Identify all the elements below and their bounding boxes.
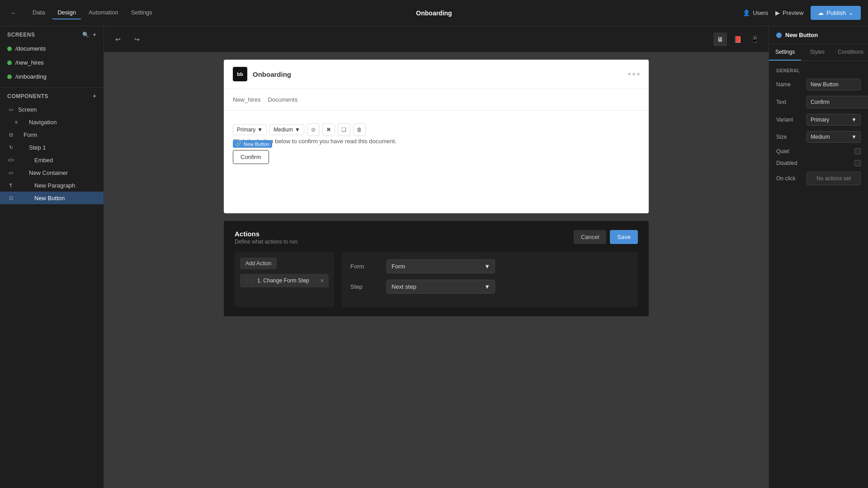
screen-item-new-hires[interactable]: /new_hires (0, 56, 104, 70)
app-frame-title: Onboarding (253, 70, 291, 78)
drag-handle-icon: ⋮⋮ (245, 278, 255, 284)
component-item-step1[interactable]: ↻ Step 1 (0, 141, 104, 154)
action-item-change-form-step[interactable]: ⋮⋮ 1. Change Form Step ✕ (240, 274, 329, 287)
screens-section-header: Screens 🔍 + (0, 26, 104, 42)
component-item-screen[interactable]: ▭ Screen (0, 103, 104, 116)
screen-item-documents[interactable]: /documents (0, 42, 104, 56)
component-item-form[interactable]: ⊟ Form (0, 128, 104, 141)
tab-conditions[interactable]: Conditions (833, 44, 868, 61)
component-item-new-paragraph[interactable]: ¶ New Paragraph (0, 179, 104, 192)
add-component-icon[interactable]: + (93, 93, 96, 99)
prop-disabled-checkbox[interactable] (854, 160, 861, 166)
canvas-container: bb Onboarding New_hires Documents (104, 52, 769, 488)
actions-panel-buttons: Cancel Save (574, 230, 638, 244)
nav-tab-automation[interactable]: Automation (83, 6, 124, 19)
paragraph-component-icon: ¶ (7, 182, 14, 189)
action-item-close-icon[interactable]: ✕ (320, 278, 324, 284)
canvas-toolbar: ↩ ↪ 🖥 📕 📱 (104, 26, 769, 52)
dot-2 (632, 73, 635, 75)
app-tab-new-hires[interactable]: New_hires (233, 94, 260, 105)
step-select-chevron-icon: ▼ (484, 283, 490, 290)
btn-action-2[interactable]: ✖ (322, 123, 335, 136)
tablet-view-button[interactable]: 📕 (731, 33, 744, 46)
button-component-icon: ⊡ (7, 194, 14, 202)
general-section-label: GENERAL (776, 68, 861, 73)
new-button-label: 🔗 New Button (233, 140, 272, 148)
prop-size-select[interactable]: Medium ▼ (807, 131, 861, 143)
component-item-embed[interactable]: </> Embed (0, 154, 104, 166)
config-step-label: Step (350, 283, 387, 290)
btn-action-3[interactable]: ❏ (338, 123, 350, 136)
screen-label-documents: /documents (15, 45, 46, 52)
component-label-new-container: New Container (29, 169, 68, 176)
components-label: Components (7, 93, 48, 99)
preview-button[interactable]: ▶ Preview (775, 9, 803, 16)
size-select[interactable]: Medium ▼ (269, 124, 304, 135)
confirm-button[interactable]: Confirm (233, 150, 269, 164)
variant-chevron-icon: ▼ (257, 127, 263, 133)
add-action-button[interactable]: Add Action (240, 258, 277, 269)
right-panel-title: New Button (785, 32, 818, 38)
center-area: ↩ ↪ 🖥 📕 📱 bb Onboarding (104, 26, 769, 488)
dot-3 (637, 73, 640, 75)
btn-action-delete[interactable]: 🗑 (353, 123, 366, 136)
component-item-new-button[interactable]: ⊡ New Button (0, 192, 104, 204)
new-button-label-text: New Button (244, 141, 269, 147)
add-screen-icon[interactable]: + (93, 32, 96, 38)
nav-tab-settings[interactable]: Settings (126, 6, 158, 19)
save-button[interactable]: Save (610, 230, 638, 244)
prop-quiet-checkbox[interactable] (854, 148, 861, 155)
component-item-navigation[interactable]: ≡ Navigation (0, 116, 104, 128)
prop-row-text: Text ⚡ (776, 96, 861, 108)
variant-select[interactable]: Primary ▼ (233, 124, 267, 135)
actions-subtitle: Define what actions to run. (235, 239, 299, 245)
nav-tab-design[interactable]: Design (52, 6, 81, 19)
right-actions: 👤 Users ▶ Preview ☁ Publish ⌄ (743, 6, 861, 20)
screen-label-new-hires: /new_hires (15, 59, 44, 66)
screen-dot-documents (7, 47, 12, 51)
component-item-new-container[interactable]: ▭ New Container (0, 166, 104, 179)
redo-button[interactable]: ↪ (130, 33, 144, 46)
form-select-value: Form (392, 263, 405, 270)
container-component-icon: ▭ (7, 169, 14, 176)
app-tab-documents[interactable]: Documents (268, 94, 297, 105)
prop-size-label: Size (776, 134, 787, 140)
config-row-step: Step Next step ▼ (350, 280, 629, 294)
undo-button[interactable]: ↩ (111, 33, 125, 46)
prop-text-input[interactable] (807, 96, 868, 108)
users-button[interactable]: 👤 Users (743, 9, 768, 16)
confirm-button-wrapper: 🔗 New Button Confirm (233, 150, 269, 164)
publish-label: Publish (826, 9, 846, 16)
search-icon[interactable]: 🔍 (82, 32, 90, 38)
screen-item-onboarding[interactable]: /onboarding (0, 70, 104, 84)
mobile-view-button[interactable]: 📱 (748, 33, 761, 46)
publish-button[interactable]: ☁ Publish ⌄ (811, 6, 861, 20)
prop-row-name: Name (776, 79, 861, 90)
component-label-screen: Screen (18, 106, 37, 113)
toolbar-right: 🖥 📕 📱 (713, 33, 761, 46)
dot-1 (628, 73, 631, 75)
nav-tab-data[interactable]: Data (27, 6, 50, 19)
prop-name-label: Name (776, 81, 791, 88)
prop-variant-select[interactable]: Primary ▼ (807, 114, 861, 126)
component-label-step1: Step 1 (29, 144, 46, 151)
users-icon: 👤 (743, 9, 750, 16)
config-form-select[interactable]: Form ▼ (387, 259, 495, 273)
config-step-select[interactable]: Next step ▼ (387, 280, 495, 294)
component-label-navigation: Navigation (29, 119, 57, 126)
prop-name-input[interactable] (807, 79, 861, 90)
tab-styles[interactable]: Styles (801, 44, 833, 61)
btn-action-1[interactable]: ⊘ (307, 123, 320, 136)
size-select-value: Medium (811, 134, 830, 140)
components-header-actions: + (93, 93, 96, 99)
cancel-button[interactable]: Cancel (574, 230, 606, 244)
component-label-embed: Embed (34, 157, 53, 164)
actions-title-group: Actions Define what actions to run. (235, 230, 299, 245)
desktop-view-button[interactable]: 🖥 (713, 33, 727, 46)
back-button[interactable]: ← (7, 7, 20, 19)
nav-tabs: Data Design Automation Settings (27, 6, 158, 19)
navigation-component-icon: ≡ (13, 118, 20, 126)
no-actions-box[interactable]: No actions set (807, 172, 861, 185)
tab-settings[interactable]: Settings (769, 44, 801, 61)
app-frame: bb Onboarding New_hires Documents (224, 60, 649, 213)
